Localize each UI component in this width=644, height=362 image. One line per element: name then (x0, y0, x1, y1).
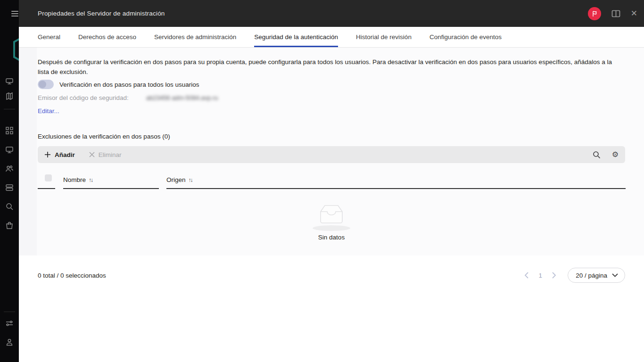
properties-tabbar: General Derechos de acceso Servidores de… (19, 27, 644, 48)
header-rule (166, 188, 626, 189)
book-icon (611, 10, 620, 17)
delete-button[interactable]: Eliminar (89, 151, 122, 158)
devices-icon[interactable] (5, 146, 14, 154)
marketplace-icon[interactable] (5, 221, 14, 230)
whats-new-flag-button[interactable] (588, 7, 601, 20)
empty-state: Sin datos (284, 204, 379, 241)
sort-icon[interactable]: ↑↓ (189, 177, 192, 183)
tab-revision-history[interactable]: Historial de revisión (356, 27, 412, 47)
page-size-select[interactable]: 20 / página (568, 268, 625, 283)
two-step-description: Después de configurar la verificación en… (38, 57, 624, 77)
flag-icon (591, 10, 598, 17)
monitoring-icon[interactable] (5, 77, 14, 85)
sort-icon[interactable]: ↑↓ (89, 177, 92, 183)
tab-authentication-security[interactable]: Seguridad de la autenticación (254, 27, 338, 47)
x-icon (89, 152, 95, 157)
account-icon[interactable] (5, 338, 14, 346)
page-number[interactable]: 1 (535, 272, 545, 279)
kaspersky-logo-icon (12, 33, 19, 66)
titlebar: Propiedades del Servidor de administraci… (19, 0, 644, 27)
add-button[interactable]: Añadir (44, 151, 75, 158)
empty-state-text: Sin datos (284, 234, 379, 241)
search-nav-icon[interactable] (5, 202, 14, 211)
two-step-toggle-row: Verificación en dos pasos para todos los… (38, 80, 199, 89)
two-step-toggle-label: Verificación en dos pasos para todos los… (59, 81, 199, 88)
security-code-issuer-value-redacted: ab23456 adm-5084.avp.ru (146, 94, 218, 101)
nav-rail (0, 0, 19, 362)
tab-access-rights[interactable]: Derechos de acceso (78, 27, 136, 47)
admin-server-properties-window: Propiedades del Servidor de administraci… (0, 0, 644, 362)
pane-left-gutter (19, 48, 37, 255)
pagination: 1 20 / página (524, 268, 625, 283)
close-icon[interactable]: ✕ (631, 8, 637, 18)
column-header-origen[interactable]: Origen↑↓ (166, 176, 192, 183)
reports-icon[interactable] (5, 92, 14, 100)
operations-icon[interactable] (5, 183, 14, 192)
two-step-toggle[interactable] (38, 80, 54, 89)
next-page-chevron-icon[interactable] (552, 272, 556, 279)
users-icon[interactable] (5, 165, 14, 173)
empty-tray-shadow (313, 225, 350, 231)
column-header-nombre[interactable]: Nombre↑↓ (63, 176, 92, 183)
toggle-knob (39, 81, 46, 88)
tab-administration-servers[interactable]: Servidores de administración (154, 27, 236, 47)
selection-summary: 0 total / 0 seleccionados (38, 272, 106, 279)
chevron-down-icon (612, 273, 618, 277)
header-rule (63, 188, 159, 189)
plus-icon (44, 151, 51, 158)
rail-divider (4, 109, 15, 109)
discovery-deployment-icon[interactable] (5, 126, 14, 135)
empty-tray-icon (317, 204, 346, 225)
documentation-button[interactable] (611, 10, 620, 17)
prev-page-chevron-icon[interactable] (524, 272, 528, 279)
exclusions-section-title: Exclusiones de la verificación en dos pa… (38, 133, 170, 140)
security-code-issuer-label: Emisor del código de seguridad: (38, 94, 129, 101)
tab-general[interactable]: General (38, 27, 60, 47)
console-settings-icon[interactable] (5, 319, 14, 328)
header-rule (38, 188, 55, 189)
column-settings-button[interactable]: ⚙ (612, 151, 619, 158)
window-title: Propiedades del Servidor de administraci… (38, 10, 165, 17)
exclusions-toolbar: Añadir Eliminar ⚙ (38, 146, 625, 163)
table-search-button[interactable] (593, 151, 601, 159)
tab-event-configuration[interactable]: Configuración de eventos (429, 27, 502, 47)
menu-hamburger-icon[interactable] (11, 11, 18, 16)
select-all-checkbox[interactable] (45, 174, 52, 181)
edit-link[interactable]: Editar... (38, 107, 59, 115)
rail-divider (4, 312, 15, 312)
search-icon (593, 151, 601, 159)
gear-icon: ⚙ (612, 151, 619, 158)
